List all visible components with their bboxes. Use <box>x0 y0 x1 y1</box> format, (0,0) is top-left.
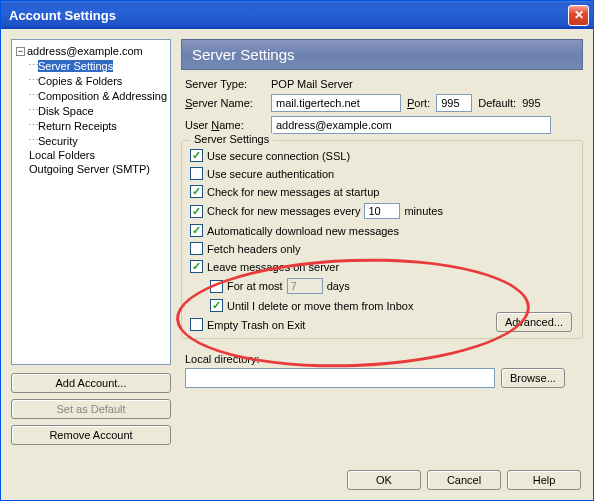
secure-auth-label: Use secure authentication <box>207 168 334 180</box>
advanced-button[interactable]: Advanced... <box>496 312 572 332</box>
port-input[interactable] <box>436 94 472 112</box>
tree-copies-folders[interactable]: ⋯Copies & Folders <box>14 73 168 88</box>
browse-button[interactable]: Browse... <box>501 368 565 388</box>
tree-local-folders[interactable]: Local Folders <box>14 148 168 162</box>
server-name-label: Server Name: <box>185 97 265 109</box>
username-input[interactable] <box>271 116 551 134</box>
cancel-button[interactable]: Cancel <box>427 470 501 490</box>
add-account-button[interactable]: Add Account... <box>11 373 171 393</box>
until-delete-checkbox[interactable] <box>210 299 223 312</box>
local-dir-label: Local directory: <box>185 353 583 365</box>
help-button[interactable]: Help <box>507 470 581 490</box>
for-at-most-unit: days <box>327 280 350 292</box>
set-default-button: Set as Default <box>11 399 171 419</box>
account-tree[interactable]: −address@example.com ⋯Server Settings ⋯C… <box>11 39 171 365</box>
tree-composition[interactable]: ⋯Composition & Addressing <box>14 88 168 103</box>
tree-outgoing-smtp[interactable]: Outgoing Server (SMTP) <box>14 162 168 176</box>
empty-trash-label: Empty Trash on Exit <box>207 319 305 331</box>
twisty-icon[interactable]: − <box>16 47 25 56</box>
fetch-headers-checkbox[interactable] <box>190 242 203 255</box>
port-label: Port: <box>407 97 430 109</box>
check-every-label: Check for new messages every <box>207 205 360 217</box>
check-every-checkbox[interactable] <box>190 205 203 218</box>
close-icon[interactable]: ✕ <box>568 5 589 26</box>
titlebar[interactable]: Account Settings ✕ <box>1 1 593 29</box>
check-startup-label: Check for new messages at startup <box>207 186 379 198</box>
tree-server-settings[interactable]: ⋯Server Settings <box>14 58 168 73</box>
port-default-label: Default: <box>478 97 516 109</box>
window-title: Account Settings <box>9 8 568 23</box>
check-every-input[interactable] <box>364 203 400 219</box>
tree-return-receipts[interactable]: ⋯Return Receipts <box>14 118 168 133</box>
ssl-label: Use secure connection (SSL) <box>207 150 350 162</box>
remove-account-button[interactable]: Remove Account <box>11 425 171 445</box>
server-settings-group: Server Settings Use secure connection (S… <box>181 140 583 339</box>
fieldset-legend: Server Settings <box>190 133 273 145</box>
tree-account[interactable]: −address@example.com <box>14 44 168 58</box>
for-at-most-input <box>287 278 323 294</box>
server-name-input[interactable] <box>271 94 401 112</box>
for-at-most-label: For at most <box>227 280 283 292</box>
empty-trash-checkbox[interactable] <box>190 318 203 331</box>
server-type-value: POP Mail Server <box>271 78 353 90</box>
account-settings-window: Account Settings ✕ −address@example.com … <box>0 0 594 501</box>
leave-on-server-checkbox[interactable] <box>190 260 203 273</box>
tree-security[interactable]: ⋯Security <box>14 133 168 148</box>
auto-download-label: Automatically download new messages <box>207 225 399 237</box>
fetch-headers-label: Fetch headers only <box>207 243 301 255</box>
ssl-checkbox[interactable] <box>190 149 203 162</box>
check-startup-checkbox[interactable] <box>190 185 203 198</box>
local-dir-input[interactable] <box>185 368 495 388</box>
port-default-value: 995 <box>522 97 540 109</box>
panel-header: Server Settings <box>181 39 583 70</box>
username-label: User Name: <box>185 119 265 131</box>
for-at-most-checkbox[interactable] <box>210 280 223 293</box>
server-type-label: Server Type: <box>185 78 265 90</box>
auto-download-checkbox[interactable] <box>190 224 203 237</box>
leave-on-server-label: Leave messages on server <box>207 261 339 273</box>
until-delete-label: Until I delete or move them from Inbox <box>227 300 413 312</box>
secure-auth-checkbox[interactable] <box>190 167 203 180</box>
ok-button[interactable]: OK <box>347 470 421 490</box>
check-every-unit: minutes <box>404 205 443 217</box>
tree-disk-space[interactable]: ⋯Disk Space <box>14 103 168 118</box>
